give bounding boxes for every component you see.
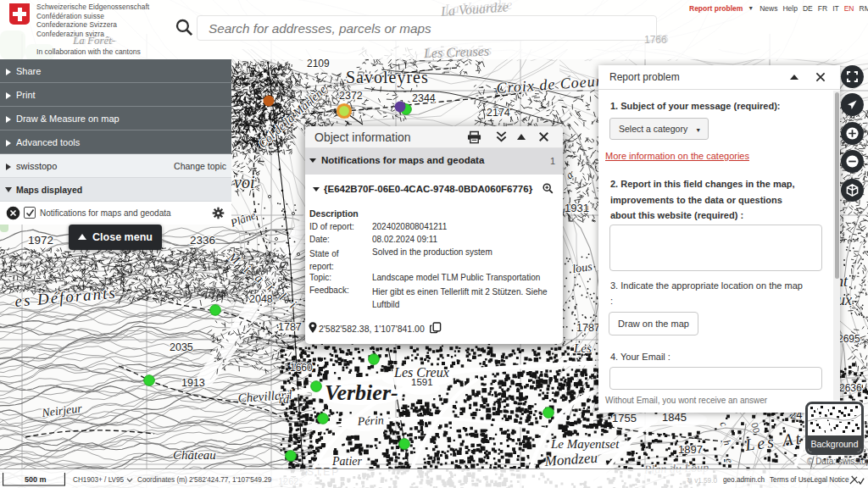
svg-text:2336: 2336 (190, 234, 215, 247)
svg-text:1931: 1931 (565, 202, 589, 214)
svg-text:2109: 2109 (307, 58, 330, 69)
svg-text:Les: Les (573, 341, 592, 355)
svg-text:rd: rd (279, 393, 290, 406)
svg-text:1845: 1845 (662, 411, 687, 424)
svg-text:Verbier-: Verbier- (325, 380, 398, 405)
svg-text:2372: 2372 (339, 90, 363, 102)
svg-text:Périn: Périn (356, 413, 384, 428)
svg-text:1787: 1787 (576, 322, 600, 334)
svg-text:2048: 2048 (249, 293, 273, 305)
svg-text:voi: voi (234, 173, 254, 191)
svg-text:1897: 1897 (678, 443, 703, 456)
svg-text:1913: 1913 (181, 377, 205, 389)
svg-text:1972: 1972 (28, 234, 53, 247)
svg-text:2344: 2344 (412, 92, 436, 104)
svg-text:2174: 2174 (487, 107, 510, 119)
svg-text:1787: 1787 (278, 321, 302, 333)
svg-text:Savoleyres: Savoleyres (346, 68, 429, 87)
svg-text:1591: 1591 (411, 377, 433, 387)
svg-text:Château: Château (173, 448, 216, 462)
svg-text:2035: 2035 (170, 341, 193, 353)
svg-text:1660: 1660 (290, 362, 313, 374)
svg-text:2695: 2695 (837, 333, 860, 345)
svg-text:Le Mayentset: Le Mayentset (550, 437, 620, 451)
svg-text:2636: 2636 (839, 382, 862, 394)
svg-text:1755: 1755 (612, 412, 637, 424)
